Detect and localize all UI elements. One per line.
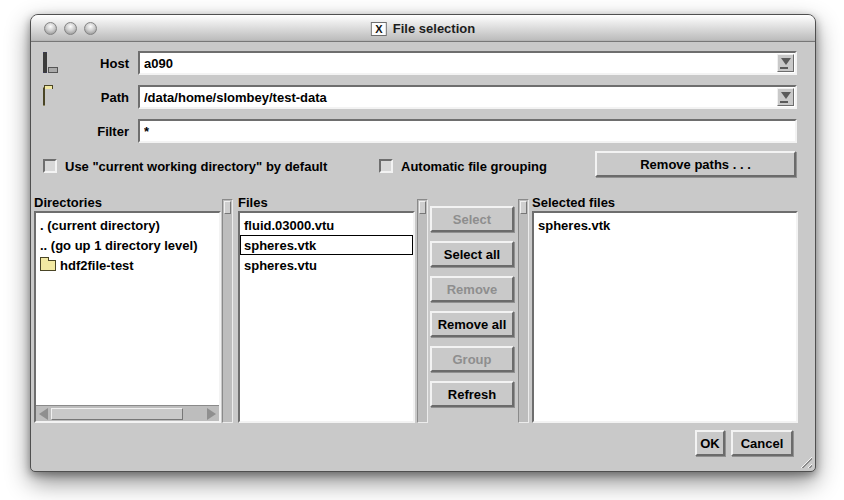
files-vertical-scrollbar[interactable] xyxy=(417,199,428,423)
files-listbox[interactable]: fluid.03000.vtu spheres.vtk spheres.vtu xyxy=(238,211,415,423)
selected-files-label: Selected files xyxy=(532,195,615,210)
chevron-down-icon xyxy=(781,58,791,65)
directories-label: Directories xyxy=(34,195,102,210)
path-input[interactable] xyxy=(140,87,795,107)
file-selection-dialog: X File selection Host Path xyxy=(30,14,816,472)
selected-file-item-label: spheres.vtk xyxy=(538,218,610,233)
action-button[interactable]: Group xyxy=(430,346,514,372)
host-field-frame xyxy=(138,51,797,75)
dropdown-dash-icon xyxy=(780,101,788,103)
path-row: Path xyxy=(43,85,797,109)
use-cwd-option: Use "current working directory" by defau… xyxy=(43,153,327,179)
action-button[interactable]: Select xyxy=(430,206,514,232)
file-item-label: spheres.vtu xyxy=(244,258,317,273)
filter-field-frame xyxy=(138,119,797,143)
window-title: File selection xyxy=(393,21,475,36)
scroll-left-arrow-icon[interactable] xyxy=(36,407,51,421)
auto-grouping-checkbox[interactable] xyxy=(379,159,393,173)
scrollbar-thumb[interactable] xyxy=(520,201,527,214)
path-history-dropdown-button[interactable] xyxy=(777,88,794,106)
path-field-frame xyxy=(138,85,797,109)
file-item[interactable]: fluid.03000.vtu xyxy=(240,215,413,235)
action-button[interactable]: Select all xyxy=(430,241,514,267)
selected-files-listbox[interactable]: spheres.vtk xyxy=(532,211,798,423)
zoom-button[interactable] xyxy=(84,22,97,35)
files-label: Files xyxy=(238,195,268,210)
selected-file-item[interactable]: spheres.vtk xyxy=(534,215,796,235)
scroll-right-arrow-icon[interactable] xyxy=(204,407,219,421)
scrollbar-thumb[interactable] xyxy=(419,201,426,214)
directory-item[interactable]: .. (go up 1 directory level) xyxy=(36,235,219,255)
directory-item-label: . (current directory) xyxy=(40,218,160,233)
folder-icon xyxy=(43,88,62,106)
directory-item[interactable]: hdf2file-test xyxy=(36,255,219,275)
host-label: Host xyxy=(71,56,129,71)
directory-item-label: hdf2file-test xyxy=(60,258,134,273)
file-item[interactable]: spheres.vtk xyxy=(240,235,413,255)
screenshot-stage: X File selection Host Path xyxy=(0,0,844,500)
directories-vertical-scrollbar[interactable] xyxy=(222,199,233,423)
filter-icon-spacer xyxy=(43,122,62,140)
auto-grouping-option: Automatic file grouping xyxy=(379,153,547,179)
traffic-lights xyxy=(44,22,97,35)
file-item[interactable]: spheres.vtu xyxy=(240,255,413,275)
selected-files-items: spheres.vtk xyxy=(534,213,796,235)
use-cwd-checkbox[interactable] xyxy=(43,159,57,173)
host-row: Host xyxy=(43,51,797,75)
title-group: X File selection xyxy=(371,15,475,42)
auto-grouping-label: Automatic file grouping xyxy=(401,159,547,174)
host-history-dropdown-button[interactable] xyxy=(777,54,794,72)
filter-row: Filter xyxy=(43,119,797,143)
cancel-button[interactable]: Cancel xyxy=(731,430,793,456)
directories-horizontal-scrollbar[interactable] xyxy=(36,405,219,421)
action-button[interactable]: Refresh xyxy=(430,381,514,407)
resize-grip[interactable] xyxy=(797,453,812,468)
files-items: fluid.03000.vtu spheres.vtk spheres.vtu xyxy=(240,213,413,275)
computer-icon xyxy=(43,54,62,72)
remove-paths-button[interactable]: Remove paths . . . xyxy=(595,151,796,177)
file-item-label: spheres.vtk xyxy=(244,238,316,253)
dropdown-dash-icon xyxy=(780,67,788,69)
folder-icon xyxy=(40,260,56,271)
directory-item-label: .. (go up 1 directory level) xyxy=(40,238,197,253)
directories-listbox[interactable]: . (current directory) .. (go up 1 direct… xyxy=(34,211,221,423)
action-button[interactable]: Remove all xyxy=(430,311,514,337)
minimize-button[interactable] xyxy=(64,22,77,35)
filter-label: Filter xyxy=(71,124,129,139)
file-item-label: fluid.03000.vtu xyxy=(244,218,334,233)
action-button[interactable]: Remove xyxy=(430,276,514,302)
chevron-down-icon xyxy=(781,92,791,99)
directories-items: . (current directory) .. (go up 1 direct… xyxy=(36,213,219,275)
use-cwd-label: Use "current working directory" by defau… xyxy=(65,159,327,174)
action-button-column: SelectSelect allRemoveRemove allGroupRef… xyxy=(430,206,514,416)
ok-button[interactable]: OK xyxy=(695,430,725,456)
filter-input[interactable] xyxy=(140,121,795,141)
options-row: Use "current working directory" by defau… xyxy=(43,153,797,179)
horizontal-scrollbar-thumb[interactable] xyxy=(51,408,183,420)
path-label: Path xyxy=(71,90,129,105)
close-button[interactable] xyxy=(44,22,57,35)
title-bar[interactable]: X File selection xyxy=(31,15,815,42)
selected-files-vertical-scrollbar[interactable] xyxy=(518,199,529,423)
x11-app-icon: X xyxy=(371,22,387,36)
directory-item[interactable]: . (current directory) xyxy=(36,215,219,235)
host-input[interactable] xyxy=(140,53,795,73)
scrollbar-thumb[interactable] xyxy=(224,201,231,214)
